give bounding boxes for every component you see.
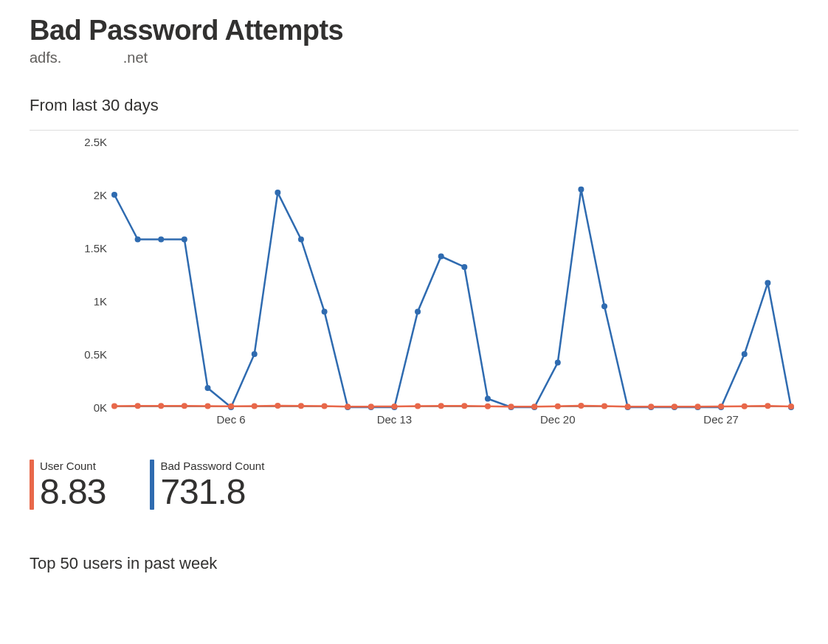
data-point (158, 236, 164, 242)
data-point (765, 403, 770, 409)
data-point (438, 403, 444, 409)
chart-lines (114, 142, 791, 407)
data-point (135, 236, 141, 242)
data-point (368, 404, 374, 409)
section-top-users-title: Top 50 users in past week (30, 554, 798, 573)
data-point (182, 236, 187, 242)
y-tick-label: 2K (94, 189, 114, 201)
data-point (182, 403, 187, 409)
data-point (438, 254, 444, 260)
data-point (204, 385, 210, 391)
metric-value-badpw: 731.8 (160, 474, 264, 510)
data-point (298, 403, 304, 409)
x-tick-label: Dec 13 (377, 407, 413, 426)
data-point (508, 404, 514, 409)
y-tick-label: 2.5K (84, 136, 114, 148)
data-point (648, 404, 654, 409)
x-tick-label: Dec 6 (217, 407, 246, 426)
data-point (252, 404, 258, 409)
metric-bad-password-count: Bad Password Count 731.8 (150, 460, 264, 510)
period-label: From last 30 days (30, 96, 798, 115)
data-point (742, 404, 748, 409)
data-point (625, 404, 631, 409)
data-point (531, 404, 537, 409)
data-point (461, 403, 467, 409)
data-point (742, 351, 748, 357)
data-point (135, 403, 141, 409)
data-point (322, 308, 328, 314)
data-point (485, 395, 491, 401)
data-point (345, 404, 351, 409)
data-point (275, 190, 280, 195)
y-tick-label: 1K (94, 295, 114, 308)
page-subtitle: adfs. .net (30, 49, 798, 66)
data-point (485, 404, 491, 409)
x-tick-label: Dec 27 (703, 407, 739, 426)
data-point (275, 403, 280, 409)
data-point (415, 404, 421, 409)
data-point (555, 360, 561, 366)
y-tick-label: 1.5K (84, 242, 114, 255)
data-point (322, 403, 328, 409)
data-point (578, 403, 584, 409)
metric-user-count: User Count 8.83 (30, 460, 106, 510)
metric-value-user: 8.83 (40, 474, 106, 510)
metric-label-badpw: Bad Password Count (160, 460, 264, 473)
data-point (461, 264, 467, 270)
x-tick-label: Dec 20 (540, 407, 576, 426)
y-tick-label: 0K (94, 401, 114, 414)
data-point (158, 403, 164, 409)
data-point (415, 308, 421, 314)
trend-chart: 0K0.5K1K1.5K2K2.5KDec 6Dec 13Dec 20Dec 2… (30, 130, 798, 448)
data-point (601, 403, 607, 409)
data-point (204, 404, 210, 409)
data-point (672, 404, 677, 409)
data-point (252, 351, 258, 357)
series-line (114, 190, 791, 407)
data-point (788, 404, 794, 409)
metric-bar-badpw (150, 460, 154, 510)
data-point (695, 404, 701, 409)
data-point (601, 303, 607, 309)
data-point (765, 280, 770, 286)
page-title: Bad Password Attempts (30, 15, 798, 46)
metric-label-user: User Count (40, 460, 106, 473)
data-point (578, 187, 584, 193)
metric-bar-user (30, 460, 34, 510)
y-tick-label: 0.5K (84, 348, 114, 361)
data-point (298, 236, 304, 242)
